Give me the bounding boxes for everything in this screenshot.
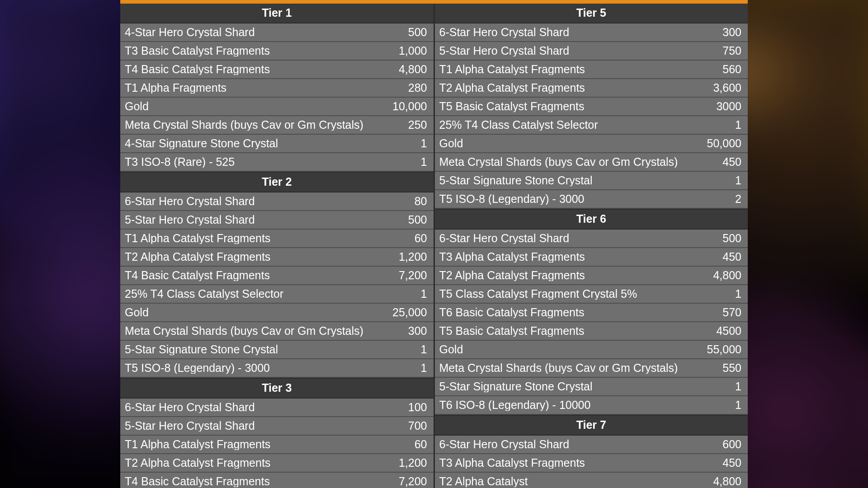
tier-header: Tier 2 [120,172,434,192]
reward-row: Meta Crystal Shards (buys Cav or Gm Crys… [120,116,434,135]
reward-name: 25% T4 Class Catalyst Selector [435,119,726,131]
reward-value: 1 [726,175,748,186]
reward-name: 5-Star Hero Crystal Shard [120,420,399,432]
reward-name: 6-Star Hero Crystal Shard [435,27,714,38]
reward-value: 300 [399,325,434,337]
reward-row: 6-Star Hero Crystal Shard600 [435,436,748,454]
reward-value: 500 [399,214,434,225]
reward-value: 750 [713,45,748,56]
reward-row: T5 Class Catalyst Fragment Crystal 5%1 [435,285,748,304]
reward-value: 1 [726,399,748,411]
reward-value: 450 [713,251,748,263]
reward-row: 5-Star Signature Stone Crystal1 [435,378,748,396]
reward-value: 4,800 [390,64,434,75]
reward-name: Gold [120,307,383,318]
reward-value: 1 [412,138,434,149]
tier-header: Tier 3 [120,378,434,399]
reward-value: 3,600 [704,82,748,94]
reward-name: Gold [435,344,698,355]
reward-value: 2 [726,193,748,205]
tier-header: Tier 5 [435,4,748,23]
reward-value: 300 [713,27,748,38]
reward-name: T6 ISO-8 (Legendary) - 10000 [435,399,726,411]
reward-row: Meta Crystal Shards (buys Cav or Gm Crys… [120,322,434,341]
reward-row: T5 Basic Catalyst Fragments4500 [435,322,748,341]
reward-row: T2 Alpha Catalyst Fragments1,200 [120,454,434,473]
reward-row: 5-Star Signature Stone Crystal1 [120,341,434,359]
reward-row: T1 Alpha Fragments280 [120,79,434,98]
reward-name: T2 Alpha Catalyst Fragments [120,457,390,469]
accent-bar [120,0,748,4]
reward-row: 4-Star Signature Stone Crystal1 [120,135,434,153]
reward-row: T2 Alpha Catalyst Fragments3,600 [435,79,748,98]
reward-name: Gold [120,101,383,112]
reward-name: T4 Basic Catalyst Fragments [120,270,390,281]
reward-name: T1 Alpha Catalyst Fragments [120,439,406,450]
reward-tier-panel: Tier 14-Star Hero Crystal Shard500T3 Bas… [120,0,748,488]
reward-value: 500 [399,27,434,38]
reward-value: 55,000 [698,344,748,355]
reward-value: 25,000 [383,307,433,318]
reward-name: 5-Star Hero Crystal Shard [435,45,714,56]
tier-header: Tier 1 [120,4,434,23]
reward-row: T4 Basic Catalyst Fragments7,200 [120,267,434,285]
reward-row: T4 Basic Catalyst Fragments4,800 [120,61,434,79]
reward-name: T4 Basic Catalyst Fragments [120,64,390,75]
reward-value: 500 [713,233,748,244]
reward-name: T2 Alpha Catalyst [435,476,704,487]
reward-value: 1,200 [390,251,434,263]
reward-row: T3 Basic Catalyst Fragments1,000 [120,42,434,61]
reward-name: 5-Star Signature Stone Crystal [435,381,726,392]
reward-name: Meta Crystal Shards (buys Cav or Gm Crys… [435,156,714,168]
reward-value: 1,200 [390,457,434,469]
reward-value: 600 [713,439,748,450]
reward-name: T1 Alpha Fragments [120,82,399,94]
reward-name: T2 Alpha Catalyst Fragments [435,270,704,281]
reward-name: T2 Alpha Catalyst Fragments [435,82,704,94]
reward-value: 250 [399,119,434,131]
reward-value: 1 [412,344,434,355]
reward-value: 280 [399,82,434,94]
tier-header: Tier 6 [435,209,748,230]
reward-row: T2 Alpha Catalyst4,800 [435,473,748,488]
reward-value: 570 [713,307,748,318]
reward-row: T6 Basic Catalyst Fragments570 [435,304,748,322]
reward-row: T5 ISO-8 (Legendary) - 30002 [435,190,748,209]
reward-value: 1 [412,288,434,300]
reward-name: 6-Star Hero Crystal Shard [435,439,714,450]
tier-header: Tier 7 [435,415,748,436]
reward-value: 60 [406,439,434,450]
reward-value: 1 [726,381,748,392]
reward-name: T5 ISO-8 (Legendary) - 3000 [120,362,412,374]
reward-row: T6 ISO-8 (Legendary) - 100001 [435,396,748,415]
reward-name: T3 Alpha Catalyst Fragments [435,457,714,469]
reward-row: Meta Crystal Shards (buys Cav or Gm Crys… [435,359,748,378]
reward-value: 1 [412,362,434,374]
reward-row: 6-Star Hero Crystal Shard300 [435,23,748,42]
reward-value: 50,000 [698,138,748,149]
reward-value: 550 [713,362,748,374]
reward-value: 450 [713,156,748,168]
reward-name: 5-Star Signature Stone Crystal [435,175,726,186]
reward-row: 6-Star Hero Crystal Shard80 [120,192,434,211]
reward-row: 6-Star Hero Crystal Shard100 [120,399,434,417]
reward-value: 60 [406,233,434,244]
reward-name: T1 Alpha Catalyst Fragments [120,233,406,244]
reward-row: T3 ISO-8 (Rare) - 5251 [120,153,434,172]
reward-row: T4 Basic Catalyst Fragments7,200 [120,473,434,488]
reward-name: 4-Star Signature Stone Crystal [120,138,412,149]
reward-row: Gold50,000 [435,135,748,153]
reward-name: T6 Basic Catalyst Fragments [435,307,714,318]
reward-name: 6-Star Hero Crystal Shard [435,233,714,244]
reward-name: T4 Basic Catalyst Fragments [120,476,390,487]
reward-row: 4-Star Hero Crystal Shard500 [120,23,434,42]
reward-value: 1 [726,119,748,131]
reward-value: 3000 [707,101,748,112]
reward-row: T3 Alpha Catalyst Fragments450 [435,248,748,267]
reward-name: T5 Basic Catalyst Fragments [435,325,708,337]
reward-row: T1 Alpha Catalyst Fragments60 [120,230,434,248]
reward-row: 6-Star Hero Crystal Shard500 [435,230,748,248]
reward-row: Meta Crystal Shards (buys Cav or Gm Crys… [435,153,748,172]
reward-value: 1 [726,288,748,300]
reward-name: T3 Alpha Catalyst Fragments [435,251,714,263]
